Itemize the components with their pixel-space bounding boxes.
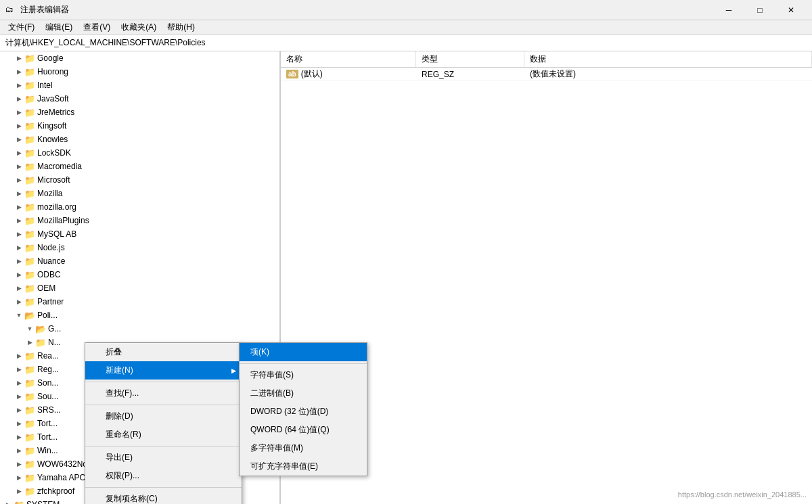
tree-label-nuance: Nuance [37, 256, 65, 266]
tree-item-mozilla[interactable]: ▶ 📁 Mozilla [0, 187, 279, 200]
tree-item-nodejs[interactable]: ▶ 📁 Node.js [0, 241, 279, 254]
expander-kingsoft[interactable]: ▶ [14, 120, 24, 131]
folder-icon-mozillaorg: 📁 [24, 202, 35, 212]
data-row-default[interactable]: ab (默认) REG_SZ (数值未设置) [281, 68, 812, 81]
tree-label-google: Google [37, 53, 64, 63]
tree-item-nuance[interactable]: ▶ 📁 Nuance [0, 254, 279, 268]
expander-locksdk[interactable]: ▶ [14, 147, 24, 158]
app-icon: 🗂 [5, 5, 16, 16]
maximize-button[interactable]: □ [744, 0, 775, 20]
expander-microsoft[interactable]: ▶ [14, 175, 24, 185]
tree-item-mysq[interactable]: ▶ 📁 MySQL AB [0, 227, 279, 241]
tree-item-kingsoft[interactable]: ▶ 📁 Kingsoft [0, 119, 279, 133]
expander-win[interactable]: ▶ [14, 445, 24, 456]
ctx-item-copy-name[interactable]: 复制项名称(C) [85, 490, 242, 504]
expander-huorong[interactable]: ▶ [14, 66, 24, 77]
menu-edit[interactable]: 编辑(E) [40, 20, 78, 35]
tree-item-macromedia[interactable]: ▶ 📁 Macromedia [0, 160, 279, 173]
expander-odbc[interactable]: ▶ [14, 269, 24, 280]
tree-label-jremetrics: JreMetrics [37, 108, 74, 117]
tree-item-locksdk[interactable]: ▶ 📁 LockSDK [0, 146, 279, 160]
tree-item-mozillaorg[interactable]: ▶ 📁 mozilla.org [0, 200, 279, 214]
sub-item-multistring[interactable]: 多字符串值(M) [240, 439, 367, 457]
tree-item-oem[interactable]: ▶ 📁 OEM [0, 281, 279, 295]
close-button[interactable]: ✕ [775, 0, 807, 20]
tree-item-odbc[interactable]: ▶ 📁 ODBC [0, 268, 279, 281]
sub-item-qword[interactable]: QWORD (64 位)值(Q) [240, 421, 367, 439]
expander-oem[interactable]: ▶ [14, 283, 24, 294]
expander-mysql[interactable]: ▶ [14, 229, 24, 239]
ctx-item-delete[interactable]: 删除(D) [85, 407, 242, 426]
expander-tort1[interactable]: ▶ [14, 418, 24, 429]
expander-mozillaorg[interactable]: ▶ [14, 202, 24, 212]
expander-policies-n[interactable]: ▶ [24, 337, 35, 348]
tree-item-policies[interactable]: ▼ 📂 Poli... [0, 308, 279, 322]
ctx-item-find[interactable]: 查找(F)... [85, 384, 242, 403]
minimize-button[interactable]: ─ [713, 0, 744, 20]
expander-policies[interactable]: ▼ [14, 310, 24, 321]
tree-item-jremetrics[interactable]: ▶ 📁 JreMetrics [0, 106, 279, 119]
col-header-name: 名称 [281, 51, 416, 67]
folder-icon-kingsoft: 📁 [24, 120, 35, 131]
expander-srs[interactable]: ▶ [14, 405, 24, 415]
tree-item-mozillaplugins[interactable]: ▶ 📁 MozillaPlugins [0, 214, 279, 227]
expander-yamaha[interactable]: ▶ [14, 472, 24, 483]
expander-intel[interactable]: ▶ [14, 80, 24, 91]
expander-jremetrics[interactable]: ▶ [14, 107, 24, 118]
expander-mozillaplugins[interactable]: ▶ [14, 215, 24, 226]
expander-knowles[interactable]: ▶ [14, 134, 24, 145]
folder-icon-son: 📁 [24, 377, 35, 388]
expander-javasoft[interactable]: ▶ [14, 93, 24, 104]
tree-item-partner[interactable]: ▶ 📁 Partner [0, 295, 279, 308]
expander-macromedia[interactable]: ▶ [14, 161, 24, 172]
submenu: 项(K) 字符串值(S) 二进制值(B) DWORD (32 位)值(D) QW… [239, 342, 367, 476]
expander-reg[interactable]: ▶ [14, 364, 24, 375]
ctx-item-new[interactable]: 新建(N) ▶ [85, 361, 242, 380]
expander-partner[interactable]: ▶ [14, 296, 24, 307]
expander-nodejs[interactable]: ▶ [14, 242, 24, 253]
folder-icon-odbc: 📁 [24, 269, 35, 280]
tree-item-knowles[interactable]: ▶ 📁 Knowles [0, 133, 279, 146]
tree-label-policies: Poli... [37, 311, 58, 320]
column-headers: 名称 类型 数据 [281, 51, 812, 68]
sub-item-key[interactable]: 项(K) [240, 343, 367, 361]
expander-google[interactable]: ▶ [14, 53, 24, 64]
tree-item-microsoft[interactable]: ▶ 📁 Microsoft [0, 173, 279, 187]
ctx-item-collapse[interactable]: 折叠 [85, 343, 242, 361]
ctx-item-rename[interactable]: 重命名(R) [85, 426, 242, 444]
menu-help[interactable]: 帮助(H) [162, 20, 200, 35]
tree-item-intel[interactable]: ▶ 📁 Intel [0, 78, 279, 92]
sub-item-string[interactable]: 字符串值(S) [240, 366, 367, 384]
expander-sou[interactable]: ▶ [14, 391, 24, 402]
sub-item-binary[interactable]: 二进制值(B) [240, 384, 367, 403]
expander-tort2[interactable]: ▶ [14, 432, 24, 442]
menu-file[interactable]: 文件(F) [3, 20, 40, 35]
address-bar: 计算机\HKEY_LOCAL_MACHINE\SOFTWARE\Policies [0, 35, 812, 51]
tree-item-google[interactable]: ▶ 📁 Google [0, 51, 279, 65]
expander-son[interactable]: ▶ [14, 377, 24, 388]
ctx-sep-2 [85, 405, 242, 405]
tree-item-huorong[interactable]: ▶ 📁 Huorong [0, 65, 279, 78]
tree-label-mozilla: Mozilla [37, 189, 62, 198]
expander-wow[interactable]: ▶ [14, 459, 24, 469]
ctx-item-export[interactable]: 导出(E) [85, 449, 242, 467]
menu-view[interactable]: 查看(V) [78, 20, 116, 35]
expander-policies-google[interactable]: ▼ [24, 323, 35, 334]
sub-item-dword[interactable]: DWORD (32 位)值(D) [240, 403, 367, 421]
folder-icon-policies: 📂 [24, 310, 35, 321]
data-cell-value-default: (数值未设置) [524, 67, 812, 81]
ctx-item-permissions[interactable]: 权限(P)... [85, 467, 242, 485]
sub-item-expandstring[interactable]: 可扩充字符串值(E) [240, 457, 367, 476]
ctx-sep-3 [85, 446, 242, 446]
expander-nuance[interactable]: ▶ [14, 256, 24, 267]
tree-item-javasoft[interactable]: ▶ 📁 JavaSoft [0, 92, 279, 106]
title-bar: 🗂 注册表编辑器 ─ □ ✕ [0, 0, 812, 20]
folder-icon-policies-n: 📁 [35, 337, 46, 348]
expander-mozilla[interactable]: ▶ [14, 188, 24, 199]
menu-favorites[interactable]: 收藏夹(A) [116, 20, 162, 35]
folder-icon-javasoft: 📁 [24, 93, 35, 104]
expander-rea[interactable]: ▶ [14, 350, 24, 361]
tree-item-policies-google[interactable]: ▼ 📂 G... [0, 322, 279, 336]
expander-zfchkproof[interactable]: ▶ [14, 486, 24, 497]
expander-system[interactable]: ▶ [3, 499, 14, 504]
